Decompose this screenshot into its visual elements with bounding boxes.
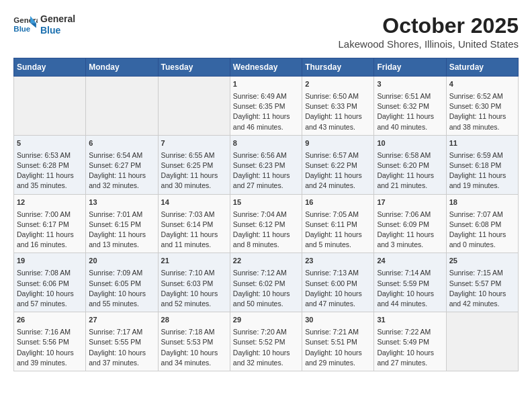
calendar-cell: 11Sunrise: 6:59 AMSunset: 6:18 PMDayligh… bbox=[446, 135, 518, 194]
sunrise-text: Sunrise: 6:49 AM bbox=[233, 92, 287, 100]
daylight-text: Daylight: 10 hours and 37 minutes. bbox=[89, 349, 146, 367]
sunset-text: Sunset: 6:17 PM bbox=[17, 220, 69, 228]
sunset-text: Sunset: 5:52 PM bbox=[233, 338, 285, 346]
sunset-text: Sunset: 5:53 PM bbox=[161, 338, 214, 346]
sunrise-text: Sunrise: 7:05 AM bbox=[305, 210, 359, 218]
day-number: 26 bbox=[17, 315, 83, 326]
calendar-cell: 7Sunrise: 6:55 AMSunset: 6:25 PMDaylight… bbox=[158, 135, 230, 194]
sunrise-text: Sunrise: 6:53 AM bbox=[17, 151, 71, 159]
logo-icon: General Blue bbox=[13, 15, 38, 35]
logo: General Blue General Blue bbox=[13, 13, 75, 36]
day-number: 2 bbox=[305, 79, 371, 90]
weekday-header-cell: Wednesday bbox=[230, 58, 302, 77]
day-number: 25 bbox=[449, 256, 515, 267]
sunrise-text: Sunrise: 7:06 AM bbox=[377, 210, 431, 218]
daylight-text: Daylight: 10 hours and 52 minutes. bbox=[161, 289, 218, 308]
daylight-text: Daylight: 10 hours and 55 minutes. bbox=[89, 289, 146, 308]
calendar-cell: 26Sunrise: 7:16 AMSunset: 5:56 PMDayligh… bbox=[14, 312, 86, 371]
calendar-cell: 1Sunrise: 6:49 AMSunset: 6:35 PMDaylight… bbox=[230, 77, 302, 136]
weekday-header-cell: Thursday bbox=[302, 58, 374, 77]
day-number: 31 bbox=[377, 315, 443, 326]
daylight-text: Daylight: 11 hours and 40 minutes. bbox=[377, 112, 434, 130]
sunrise-text: Sunrise: 7:03 AM bbox=[161, 210, 215, 218]
sunrise-text: Sunrise: 6:54 AM bbox=[89, 151, 142, 159]
sunset-text: Sunset: 6:18 PM bbox=[449, 161, 502, 169]
sunset-text: Sunset: 5:55 PM bbox=[89, 338, 141, 346]
page-header: General Blue General Blue October 2025 L… bbox=[13, 13, 519, 50]
sunrise-text: Sunrise: 6:55 AM bbox=[161, 151, 215, 159]
sunset-text: Sunset: 6:14 PM bbox=[161, 220, 214, 228]
calendar-row: 26Sunrise: 7:16 AMSunset: 5:56 PMDayligh… bbox=[14, 312, 519, 371]
day-number: 14 bbox=[161, 197, 227, 208]
sunset-text: Sunset: 6:33 PM bbox=[305, 102, 357, 110]
calendar-row: 1Sunrise: 6:49 AMSunset: 6:35 PMDaylight… bbox=[14, 77, 519, 136]
sunrise-text: Sunrise: 7:20 AM bbox=[233, 328, 287, 336]
daylight-text: Daylight: 11 hours and 43 minutes. bbox=[305, 112, 362, 130]
daylight-text: Daylight: 10 hours and 34 minutes. bbox=[161, 349, 218, 367]
sunset-text: Sunset: 6:05 PM bbox=[89, 279, 141, 287]
sunrise-text: Sunrise: 7:21 AM bbox=[305, 328, 359, 336]
daylight-text: Daylight: 10 hours and 50 minutes. bbox=[233, 289, 290, 308]
sunset-text: Sunset: 6:12 PM bbox=[233, 220, 285, 228]
calendar-row: 5Sunrise: 6:53 AMSunset: 6:28 PMDaylight… bbox=[14, 135, 519, 194]
weekday-header-cell: Friday bbox=[374, 58, 446, 77]
sunrise-text: Sunrise: 7:10 AM bbox=[161, 269, 215, 277]
sunset-text: Sunset: 5:51 PM bbox=[305, 338, 357, 346]
daylight-text: Daylight: 10 hours and 42 minutes. bbox=[449, 289, 506, 308]
day-number: 21 bbox=[161, 256, 227, 267]
sunset-text: Sunset: 6:23 PM bbox=[233, 161, 285, 169]
sunset-text: Sunset: 6:11 PM bbox=[305, 220, 357, 228]
calendar-cell: 28Sunrise: 7:18 AMSunset: 5:53 PMDayligh… bbox=[158, 312, 230, 371]
daylight-text: Daylight: 10 hours and 27 minutes. bbox=[377, 349, 434, 367]
sunset-text: Sunset: 6:03 PM bbox=[161, 279, 214, 287]
sunset-text: Sunset: 6:28 PM bbox=[17, 161, 69, 169]
day-number: 1 bbox=[233, 79, 299, 90]
sunrise-text: Sunrise: 7:16 AM bbox=[17, 328, 71, 336]
calendar-cell: 2Sunrise: 6:50 AMSunset: 6:33 PMDaylight… bbox=[302, 77, 374, 136]
sunset-text: Sunset: 6:02 PM bbox=[233, 279, 285, 287]
sunrise-text: Sunrise: 7:04 AM bbox=[233, 210, 287, 218]
day-number: 16 bbox=[305, 197, 371, 208]
sunrise-text: Sunrise: 7:01 AM bbox=[89, 210, 142, 218]
sunset-text: Sunset: 6:08 PM bbox=[449, 220, 502, 228]
daylight-text: Daylight: 10 hours and 44 minutes. bbox=[377, 289, 434, 308]
calendar-cell: 24Sunrise: 7:14 AMSunset: 5:59 PMDayligh… bbox=[374, 253, 446, 312]
daylight-text: Daylight: 11 hours and 0 minutes. bbox=[449, 230, 506, 248]
calendar-cell: 15Sunrise: 7:04 AMSunset: 6:12 PMDayligh… bbox=[230, 194, 302, 253]
calendar-cell: 19Sunrise: 7:08 AMSunset: 6:06 PMDayligh… bbox=[14, 253, 86, 312]
sunset-text: Sunset: 6:35 PM bbox=[233, 102, 285, 110]
day-number: 9 bbox=[305, 138, 371, 149]
day-number: 28 bbox=[161, 315, 227, 326]
daylight-text: Daylight: 11 hours and 11 minutes. bbox=[161, 230, 218, 248]
day-number: 18 bbox=[449, 197, 515, 208]
weekday-header-row: SundayMondayTuesdayWednesdayThursdayFrid… bbox=[14, 58, 519, 77]
calendar-table: SundayMondayTuesdayWednesdayThursdayFrid… bbox=[13, 58, 519, 371]
sunset-text: Sunset: 6:00 PM bbox=[305, 279, 357, 287]
sunset-text: Sunset: 6:15 PM bbox=[89, 220, 141, 228]
daylight-text: Daylight: 11 hours and 16 minutes. bbox=[17, 230, 74, 248]
sunrise-text: Sunrise: 7:18 AM bbox=[161, 328, 215, 336]
daylight-text: Daylight: 10 hours and 29 minutes. bbox=[305, 349, 362, 367]
day-number: 27 bbox=[89, 315, 154, 326]
sunset-text: Sunset: 5:56 PM bbox=[17, 338, 69, 346]
sunset-text: Sunset: 6:22 PM bbox=[305, 161, 357, 169]
day-number: 15 bbox=[233, 197, 299, 208]
calendar-cell: 25Sunrise: 7:15 AMSunset: 5:57 PMDayligh… bbox=[446, 253, 518, 312]
weekday-header-cell: Sunday bbox=[14, 58, 86, 77]
logo-text: General Blue bbox=[40, 13, 75, 36]
calendar-cell: 27Sunrise: 7:17 AMSunset: 5:55 PMDayligh… bbox=[86, 312, 158, 371]
location-title: Lakewood Shores, Illinois, United States bbox=[339, 38, 519, 50]
svg-text:Blue: Blue bbox=[13, 25, 30, 33]
calendar-cell: 30Sunrise: 7:21 AMSunset: 5:51 PMDayligh… bbox=[302, 312, 374, 371]
month-title: October 2025 bbox=[339, 13, 519, 38]
calendar-cell bbox=[14, 77, 86, 136]
day-number: 5 bbox=[17, 138, 83, 149]
day-number: 22 bbox=[233, 256, 299, 267]
sunset-text: Sunset: 5:57 PM bbox=[449, 279, 502, 287]
sunrise-text: Sunrise: 6:59 AM bbox=[449, 151, 503, 159]
day-number: 17 bbox=[377, 197, 443, 208]
calendar-cell bbox=[158, 77, 230, 136]
day-number: 8 bbox=[233, 138, 299, 149]
sunset-text: Sunset: 6:32 PM bbox=[377, 102, 429, 110]
day-number: 30 bbox=[305, 315, 371, 326]
